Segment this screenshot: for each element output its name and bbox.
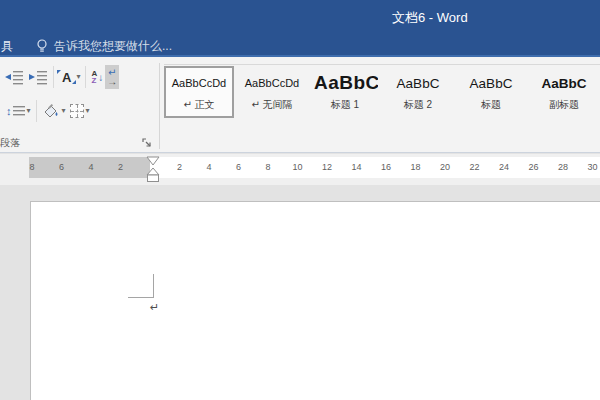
paragraph-group-row1: A ▾ A Z ↓ ↵ → [2, 65, 119, 89]
line-spacing-icon: ↕ [6, 105, 12, 117]
line-spacing-button[interactable]: ↕ ▾ [4, 99, 33, 123]
style-gallery: AaBbCcDd ↵ 正文 AaBbCcDd ↵ 无间隔 AaBbCc 标题 1… [164, 64, 600, 122]
ruler-number: 26 [528, 157, 538, 178]
style-preview: AaBbC [458, 68, 524, 98]
style-preview: AaBbC [531, 68, 597, 98]
shading-icon [42, 103, 60, 119]
ribbon: A ▾ A Z ↓ ↵ → [0, 57, 600, 153]
paragraph-mark: ↵ [150, 301, 159, 314]
style-label: 标题 [458, 98, 524, 116]
asian-layout-button[interactable]: A ▾ [57, 65, 82, 89]
first-line-indent-marker[interactable] [146, 156, 160, 166]
document-page[interactable] [30, 201, 600, 400]
style-preview: AaBbC [385, 68, 451, 98]
style-label: ↵ 正文 [166, 98, 232, 116]
paragraph-dialog-launcher[interactable] [142, 138, 153, 149]
chevron-down-icon: ▾ [76, 73, 80, 81]
ruler-number: 16 [381, 157, 391, 178]
show-hide-marks-button[interactable]: ↵ → [105, 65, 119, 89]
ruler-number: 22 [469, 157, 479, 178]
document-area: ↵ [0, 185, 600, 400]
ruler-number: 30 [587, 157, 597, 178]
ruler-number: 4 [88, 157, 93, 178]
word-window: 文档6 - Word 具 告诉我您想要做什么... [0, 0, 600, 400]
style-label: ↵ 无间隔 [239, 98, 305, 116]
increase-indent-button[interactable] [26, 65, 50, 89]
chevron-down-icon: ▾ [27, 107, 31, 115]
ruler-number: 20 [440, 157, 450, 178]
ruler-number: 2 [177, 157, 182, 178]
decrease-indent-icon [4, 69, 24, 85]
style-label: 标题 2 [385, 98, 451, 116]
ruler-number: 10 [292, 157, 302, 178]
style-item-heading2[interactable]: AaBbC 标题 2 [383, 66, 453, 118]
tell-me-box[interactable]: 告诉我您想要做什么... [36, 37, 172, 55]
style-item-subtitle[interactable]: AaBbC 副标题 [529, 66, 599, 118]
ruler-number: 4 [206, 157, 211, 178]
ruler-number: 12 [322, 157, 332, 178]
title-bar: 文档6 - Word [0, 0, 600, 35]
lightbulb-icon [36, 39, 48, 54]
horizontal-ruler[interactable]: 8 6 4 2 2 4 6 8 10 12 14 16 18 20 22 24 … [0, 154, 600, 185]
shading-button[interactable]: ▾ [40, 99, 68, 123]
ruler-number: 6 [59, 157, 64, 178]
hanging-indent-marker[interactable] [146, 167, 160, 183]
style-preview: AaBbCc [312, 68, 378, 98]
separator [85, 66, 86, 88]
chevron-down-icon: ▾ [62, 107, 66, 115]
ruler-number: 6 [236, 157, 241, 178]
ruler-number: 28 [558, 157, 568, 178]
style-preview: AaBbCcDd [239, 68, 305, 98]
decrease-indent-button[interactable] [2, 65, 26, 89]
ribbon-tab-row: 具 告诉我您想要做什么... [0, 35, 600, 57]
asian-layout-icon: A [59, 70, 74, 85]
paragraph-group-label: 段落 [0, 136, 20, 150]
separator [53, 66, 54, 88]
group-separator [159, 63, 160, 149]
ruler-number: 14 [351, 157, 361, 178]
style-label: 副标题 [531, 98, 597, 116]
style-item-no-spacing[interactable]: AaBbCcDd ↵ 无间隔 [237, 66, 307, 118]
separator [36, 100, 37, 122]
line-spacing-lines [13, 104, 25, 118]
borders-icon [70, 104, 84, 118]
margin-crop-mark-vertical [153, 274, 154, 297]
style-item-normal[interactable]: AaBbCcDd ↵ 正文 [164, 66, 234, 118]
window-title: 文档6 - Word [392, 9, 468, 27]
increase-indent-icon [28, 69, 48, 85]
tab-partial[interactable]: 具 [1, 38, 13, 55]
ruler-number: 8 [265, 157, 270, 178]
ruler-number: 8 [29, 157, 34, 178]
borders-button[interactable]: ▾ [68, 99, 92, 123]
margin-crop-mark-horizontal [128, 297, 154, 298]
ruler-number: 24 [499, 157, 509, 178]
tell-me-label: 告诉我您想要做什么... [54, 38, 172, 55]
ruler-number: 18 [410, 157, 420, 178]
paragraph-group-row2: ↕ ▾ ▾ ▾ [4, 99, 92, 123]
style-label: 标题 1 [312, 98, 378, 116]
ruler-number: 2 [118, 157, 123, 178]
sort-icon: A Z ↓ [91, 70, 103, 84]
style-item-heading1[interactable]: AaBbCc 标题 1 [310, 66, 380, 118]
chevron-down-icon: ▾ [86, 107, 90, 115]
style-preview: AaBbCcDd [166, 68, 232, 98]
show-hide-marks-icon: ↵ → [107, 68, 117, 86]
style-item-title[interactable]: AaBbC 标题 [456, 66, 526, 118]
sort-button[interactable]: A Z ↓ [89, 65, 105, 89]
